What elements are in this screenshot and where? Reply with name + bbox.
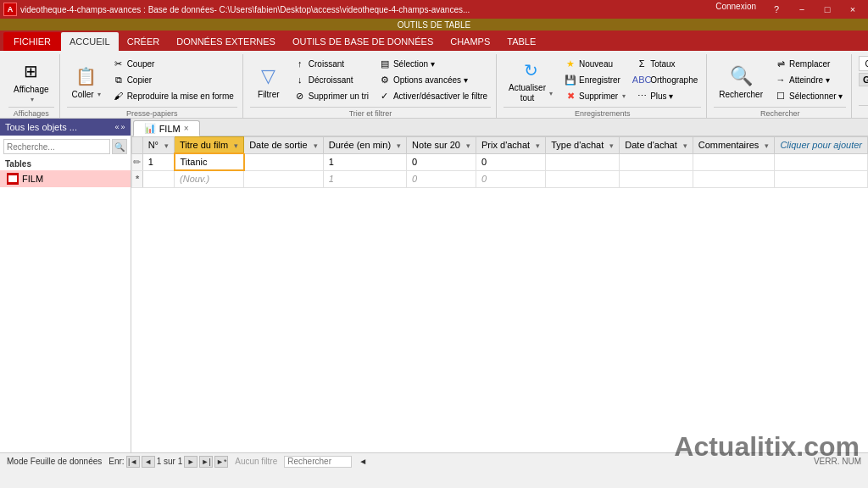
- remplacer-label: Remplacer: [789, 59, 830, 69]
- cell-date-achat-1[interactable]: [620, 153, 693, 170]
- group-trier-filtrer: ▽ Filtrer ↑ Croissant ↓ Décroissant ⊘ Su…: [245, 54, 497, 118]
- cell-titre-1[interactable]: Titanic: [175, 153, 244, 170]
- type-filter-icon[interactable]: ▾: [609, 141, 614, 150]
- col-header-num[interactable]: N° ▾: [142, 137, 174, 154]
- cell-date-sortie-1[interactable]: [244, 153, 324, 170]
- new-cell-note[interactable]: 0: [407, 170, 476, 187]
- status-bar-left: Mode Feuille de données Enr: |◄ ◄ 1 sur …: [7, 456, 367, 468]
- decroissant-button[interactable]: ↓ Décroissant: [291, 72, 372, 87]
- tab-fichier[interactable]: FICHIER: [3, 32, 61, 51]
- selection-button[interactable]: ▤ Sélection ▾: [376, 56, 491, 71]
- rechercher-button[interactable]: 🔍 Rechercher: [714, 56, 768, 107]
- cell-note-1[interactable]: 0: [407, 153, 476, 170]
- plus-button[interactable]: ⋯ Plus ▾: [632, 88, 701, 103]
- croissant-button[interactable]: ↑ Croissant: [291, 56, 372, 71]
- col-header-date-achat[interactable]: Date d'achat ▾: [620, 137, 693, 154]
- nouveau-button[interactable]: ★ Nouveau: [561, 56, 629, 71]
- film-tab-label: FILM: [159, 124, 181, 134]
- font-select[interactable]: Calibri (Détail): [859, 56, 868, 71]
- nav-search-input[interactable]: [3, 139, 110, 154]
- options-avancees-button[interactable]: ⚙ Options avancées ▾: [376, 72, 491, 87]
- minimize-button[interactable]: −: [790, 2, 814, 17]
- col-header-ajouter[interactable]: Cliquer pour ajouter: [775, 137, 868, 154]
- cell-type-1[interactable]: [546, 153, 620, 170]
- col-header-commentaires[interactable]: Commentaires ▾: [693, 137, 775, 154]
- tab-table[interactable]: TABLE: [498, 32, 544, 51]
- close-button[interactable]: ×: [841, 2, 865, 17]
- status-search-input[interactable]: [284, 456, 352, 468]
- tab-outils-bdd[interactable]: OUTILS DE BASE DE DONNÉES: [284, 32, 442, 51]
- duree-filter-icon[interactable]: ▾: [397, 141, 401, 150]
- new-cell-ajouter[interactable]: [775, 170, 868, 187]
- tab-champs[interactable]: CHAMPS: [442, 32, 498, 51]
- col-header-type[interactable]: Type d'achat ▾: [546, 137, 620, 154]
- commentaires-filter-icon[interactable]: ▾: [765, 141, 769, 150]
- col-header-duree[interactable]: Durée (en min) ▾: [323, 137, 406, 154]
- group-rechercher-label: Rechercher: [714, 107, 846, 118]
- orthographe-button[interactable]: ABC Orthographe: [632, 72, 701, 87]
- new-cell-commentaires[interactable]: [693, 170, 775, 187]
- col-header-note[interactable]: Note sur 20 ▾: [407, 137, 476, 154]
- enregistrer-button[interactable]: 💾 Enregistrer: [561, 72, 629, 87]
- reproduire-button[interactable]: 🖌 Reproduire la mise en forme: [109, 88, 237, 103]
- new-cell-date-achat[interactable]: [620, 170, 693, 187]
- tab-donnees-externes[interactable]: DONNÉES EXTERNES: [168, 32, 284, 51]
- couper-button[interactable]: ✂ Couper: [109, 56, 237, 71]
- coller-dropdown-arrow: ▾: [97, 91, 101, 98]
- atteindre-button[interactable]: → Atteindre ▾: [771, 72, 846, 87]
- new-cell-duree[interactable]: 1: [323, 170, 406, 187]
- new-cell-type[interactable]: [546, 170, 620, 187]
- supprimer-button[interactable]: ✖ Supprimer ▾: [561, 88, 629, 103]
- maximize-button[interactable]: □: [815, 2, 839, 17]
- film-tab[interactable]: 📊 FILM ×: [133, 120, 200, 136]
- cell-commentaires-1[interactable]: [693, 153, 775, 170]
- actualiser-label: Actualisertout: [509, 83, 546, 103]
- selectionner-button[interactable]: ☐ Sélectionner ▾: [771, 88, 846, 103]
- cell-ajouter-1[interactable]: [775, 153, 868, 170]
- nav-first-button[interactable]: |◄: [126, 456, 140, 468]
- new-cell-titre[interactable]: (Nouv.): [175, 170, 244, 187]
- remplacer-button[interactable]: ⇌ Remplacer: [771, 56, 846, 71]
- tab-accueil[interactable]: ACCUEIL: [61, 32, 119, 51]
- col-header-titre[interactable]: Titre du film ▾: [175, 137, 244, 154]
- supprimer-tri-label: Supprimer un tri: [309, 92, 369, 101]
- nav-prev-button[interactable]: ◄: [142, 456, 155, 468]
- copier-button[interactable]: ⧉ Copier: [109, 72, 237, 87]
- date-achat-filter-icon[interactable]: ▾: [683, 141, 687, 150]
- nav-search-button[interactable]: 🔍: [112, 139, 127, 154]
- affichage-button[interactable]: ⊞ Affichage ▾: [8, 56, 54, 107]
- bold-button[interactable]: G: [859, 73, 868, 86]
- film-tab-close[interactable]: ×: [184, 124, 189, 133]
- cell-duree-1[interactable]: 1: [323, 153, 406, 170]
- nav-panel: Tous les objets ... « » 🔍 Tables FILM: [0, 119, 131, 452]
- help-button[interactable]: ?: [765, 2, 788, 17]
- coller-button[interactable]: 📋 Coller ▾: [67, 56, 106, 107]
- filtrer-button[interactable]: ▽ Filtrer: [250, 56, 287, 107]
- nav-item-film[interactable]: FILM: [0, 170, 131, 187]
- new-cell-date-sortie[interactable]: [244, 170, 324, 187]
- group-enregistrements: ↻ Actualisertout ▾ ★ Nouveau 💾 Enregistr…: [498, 54, 707, 118]
- prix-filter-icon[interactable]: ▾: [536, 141, 540, 150]
- titre-filter-icon[interactable]: ▾: [234, 141, 238, 150]
- activer-filtre-button[interactable]: ✓ Activer/désactiver le filtre: [376, 88, 491, 103]
- orthographe-label: Orthographe: [650, 75, 698, 85]
- note-filter-icon[interactable]: ▾: [466, 141, 470, 150]
- totaux-button[interactable]: Σ Totaux: [632, 56, 701, 71]
- tab-creer[interactable]: CRÉER: [119, 32, 169, 51]
- scroll-info: ◄: [359, 457, 367, 466]
- new-cell-num[interactable]: [142, 170, 174, 187]
- nav-last-button[interactable]: ►|: [199, 456, 213, 468]
- date-sortie-filter-icon[interactable]: ▾: [314, 141, 318, 150]
- col-header-date-sortie[interactable]: Date de sortie ▾: [244, 137, 324, 154]
- nav-new-button[interactable]: ►*: [214, 456, 228, 468]
- cell-prix-1[interactable]: 0: [476, 153, 546, 170]
- nav-next-button[interactable]: ►: [184, 456, 198, 468]
- nav-chevron-left[interactable]: «: [115, 123, 120, 131]
- col-header-prix[interactable]: Prix d'achat ▾: [476, 137, 546, 154]
- new-cell-prix[interactable]: 0: [476, 170, 546, 187]
- cell-num-1[interactable]: 1: [142, 153, 174, 170]
- actualiser-button[interactable]: ↻ Actualisertout ▾: [504, 56, 558, 107]
- nav-chevron-right[interactable]: »: [121, 123, 125, 131]
- num-filter-icon[interactable]: ▾: [164, 141, 169, 150]
- supprimer-tri-button[interactable]: ⊘ Supprimer un tri: [291, 88, 372, 103]
